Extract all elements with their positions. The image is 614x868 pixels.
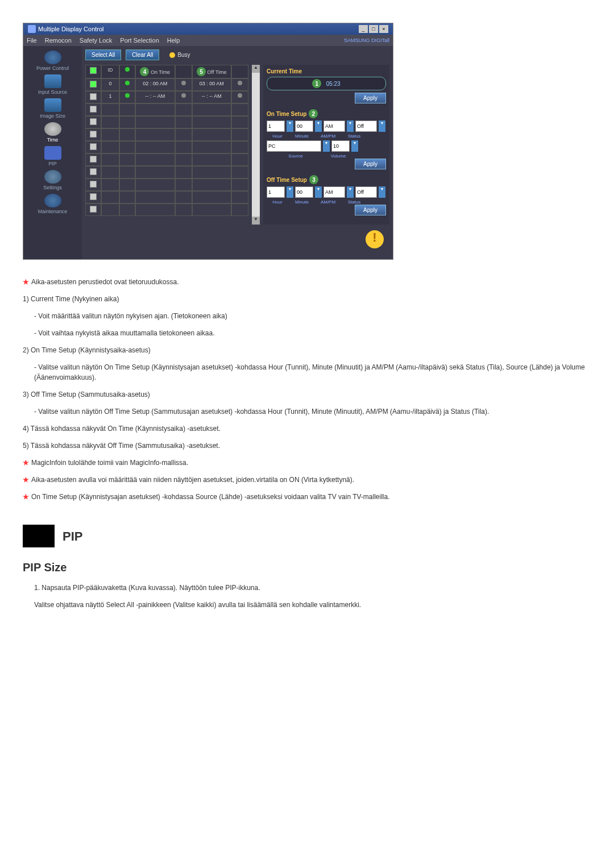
doc-text: - Valitse valitun näytön Off Time Setup …	[23, 406, 591, 417]
menu-file[interactable]: File	[27, 37, 37, 44]
row-checkbox[interactable]	[90, 81, 97, 88]
row-checkbox[interactable]	[90, 181, 97, 188]
on-volume-select[interactable]	[331, 140, 350, 152]
sidebar-item-time[interactable]: Time	[26, 122, 80, 143]
row-checkbox[interactable]	[90, 131, 97, 138]
dropdown-icon[interactable]: ▾	[315, 186, 322, 198]
cell-on-status	[175, 191, 192, 203]
dropdown-icon[interactable]: ▾	[347, 186, 354, 198]
cell-off-status	[231, 153, 248, 166]
dropdown-icon[interactable]: ▾	[287, 121, 293, 132]
close-button[interactable]: ×	[379, 25, 388, 33]
off-hour-select[interactable]	[267, 186, 285, 198]
section-marker	[23, 525, 55, 547]
apply-on-time-button[interactable]: Apply	[355, 159, 386, 169]
cell-off-time	[192, 153, 232, 166]
sidebar-item-settings[interactable]: Settings	[26, 170, 80, 190]
row-checkbox[interactable]	[90, 143, 97, 150]
cell-power	[119, 203, 135, 216]
doc-text: - Valitse valitun näytön On Time Setup (…	[23, 362, 591, 383]
table-row[interactable]	[85, 203, 248, 216]
sidebar-item-input-source[interactable]: Input Source	[26, 74, 80, 95]
clear-all-button[interactable]: Clear All	[126, 49, 159, 60]
cell-on-status	[175, 166, 192, 178]
scroll-up-button[interactable]: ▲	[252, 65, 260, 73]
col-check[interactable]	[85, 65, 101, 78]
row-checkbox[interactable]	[90, 168, 97, 175]
cell-on-time	[135, 178, 175, 191]
sub-title: PIP Size	[23, 559, 591, 576]
cell-id	[101, 166, 119, 178]
sidebar-item-pip[interactable]: PIP	[26, 146, 80, 167]
input-icon	[44, 74, 61, 88]
dropdown-icon[interactable]: ▾	[323, 140, 330, 152]
maintenance-icon	[44, 194, 61, 207]
apply-off-time-button[interactable]: Apply	[355, 205, 386, 215]
select-all-button[interactable]: Select All	[85, 49, 121, 60]
doc-text: 5) Tässä kohdassa näkyvät Off Time (Samm…	[23, 441, 591, 451]
cell-power	[119, 78, 135, 91]
table-row[interactable]	[85, 191, 248, 203]
scrollbar[interactable]: ▲ ▼	[252, 65, 260, 225]
scroll-down-button[interactable]: ▼	[252, 217, 260, 225]
dropdown-icon[interactable]: ▾	[379, 186, 385, 198]
dropdown-icon[interactable]: ▾	[379, 121, 385, 132]
sidebar-item-power-control[interactable]: Power Control	[26, 51, 80, 71]
table-row[interactable]	[85, 128, 248, 141]
dropdown-icon[interactable]: ▾	[347, 121, 354, 132]
sidebar-item-maintenance[interactable]: Maintenance	[26, 194, 80, 214]
menu-port-selection[interactable]: Port Selection	[120, 37, 159, 44]
row-checkbox[interactable]	[90, 156, 97, 163]
on-hour-select[interactable]	[267, 121, 285, 132]
off-ampm-select[interactable]	[323, 186, 345, 198]
document-content: ★Aika-asetusten perustiedot ovat tietoru…	[23, 277, 591, 610]
row-checkbox[interactable]	[90, 118, 97, 125]
table-row[interactable]	[85, 116, 248, 128]
cell-id	[101, 116, 119, 128]
sidebar: Power Control Input Source Image Size Ti…	[23, 46, 82, 259]
menu-safety-lock[interactable]: Safety Lock	[80, 37, 112, 44]
cell-off-status	[231, 103, 248, 116]
row-checkbox[interactable]	[90, 193, 97, 200]
row-checkbox[interactable]	[90, 106, 97, 113]
apply-current-time-button[interactable]: Apply	[355, 93, 386, 103]
on-source-select[interactable]	[267, 140, 321, 152]
col-on-status	[175, 65, 192, 78]
table-row[interactable]	[85, 166, 248, 178]
cell-on-time	[135, 116, 175, 128]
dropdown-icon[interactable]: ▾	[315, 121, 322, 132]
cell-on-time	[135, 103, 175, 116]
table-row[interactable]	[85, 178, 248, 191]
table-row[interactable]	[85, 153, 248, 166]
callout-5: 5	[197, 67, 206, 76]
table-row[interactable]: 0 02 : 00 AM 03 : 00 AM	[85, 78, 248, 91]
row-checkbox[interactable]	[90, 206, 97, 213]
on-ampm-select[interactable]	[323, 121, 345, 132]
menu-help[interactable]: Help	[167, 37, 180, 44]
minimize-button[interactable]: _	[359, 25, 368, 33]
table-row[interactable]	[85, 103, 248, 116]
cell-id	[101, 128, 119, 141]
dropdown-icon[interactable]: ▾	[287, 186, 293, 198]
busy-indicator: Busy	[169, 52, 190, 58]
on-status-select[interactable]	[355, 121, 377, 132]
sidebar-item-image-size[interactable]: Image Size	[26, 98, 80, 119]
table-row[interactable]: 1 -- : -- AM -- : -- AM	[85, 91, 248, 103]
maximize-button[interactable]: □	[369, 25, 378, 33]
table-row[interactable]	[85, 141, 248, 153]
cell-off-time: 03 : 00 AM	[192, 78, 232, 91]
cell-off-time: -- : -- AM	[192, 91, 232, 103]
display-grid: ID 4 On Time 5 Off Time 0 02 : 00 AM 03 …	[85, 65, 248, 225]
col-off-status	[231, 65, 248, 78]
dropdown-icon[interactable]: ▾	[351, 140, 358, 152]
globe-icon	[44, 51, 61, 64]
scroll-track[interactable]	[252, 73, 260, 217]
menu-remocon[interactable]: Remocon	[45, 37, 72, 44]
cell-off-status	[231, 91, 248, 103]
off-status-select[interactable]	[355, 186, 377, 198]
on-minute-select[interactable]	[295, 121, 313, 132]
doc-text: - Voit määrittää valitun näytön nykyisen…	[23, 311, 591, 321]
row-checkbox[interactable]	[90, 93, 97, 100]
cell-on-status	[175, 178, 192, 191]
off-minute-select[interactable]	[295, 186, 313, 198]
